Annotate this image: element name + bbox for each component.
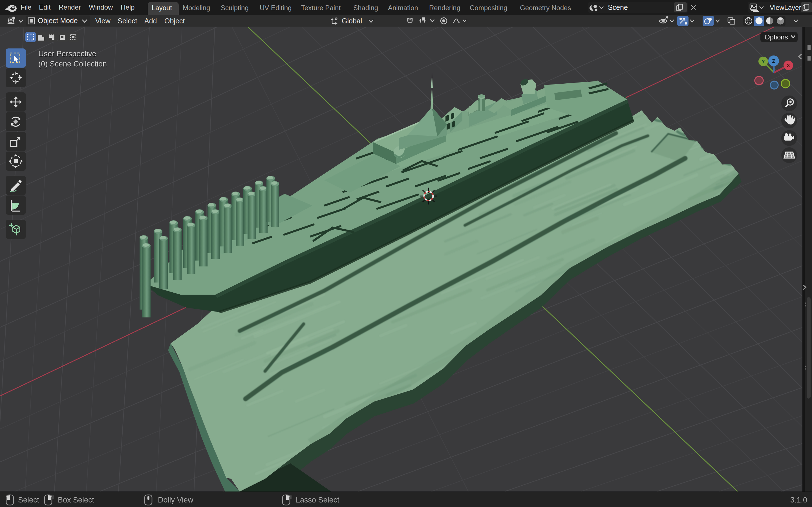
svg-text:Y: Y: [762, 59, 765, 64]
svg-text:Scene: Scene: [608, 3, 628, 11]
svg-text:Z: Z: [772, 58, 775, 64]
svg-text:Options: Options: [765, 33, 788, 41]
svg-text:Object Mode: Object Mode: [38, 17, 78, 24]
svg-text:Global: Global: [342, 17, 362, 25]
svg-text:X: X: [786, 62, 790, 68]
svg-text:ViewLayer: ViewLayer: [770, 4, 801, 11]
